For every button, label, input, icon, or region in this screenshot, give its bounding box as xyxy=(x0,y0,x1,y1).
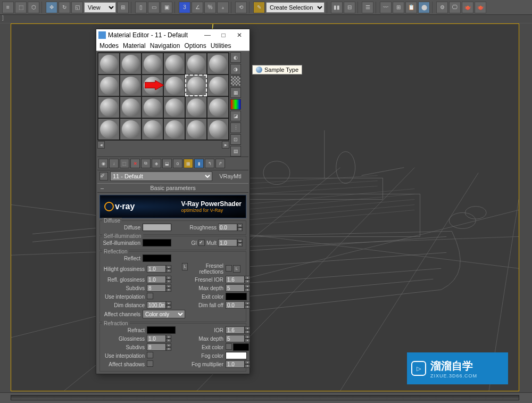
refr-exit-swatch[interactable] xyxy=(233,343,249,351)
snap-toggle[interactable]: 3 xyxy=(179,2,190,13)
sample-slot[interactable] xyxy=(163,118,185,140)
sample-slot[interactable] xyxy=(163,75,185,96)
material-type-button[interactable]: VRayMtl xyxy=(214,173,246,179)
menu-utilities[interactable]: Utilities xyxy=(211,42,231,50)
fog-color-swatch[interactable] xyxy=(226,352,247,359)
sample-uv-button[interactable]: ▦ xyxy=(230,87,241,98)
sample-slot[interactable] xyxy=(98,96,120,118)
sample-slot[interactable] xyxy=(120,118,142,140)
sample-slot[interactable] xyxy=(120,75,142,96)
menu-modes[interactable]: Modes xyxy=(99,42,119,50)
close-button[interactable]: ✕ xyxy=(231,30,247,40)
background-button[interactable] xyxy=(230,76,241,86)
render-button[interactable]: 🫖 xyxy=(462,2,473,13)
hilight-gloss-spinner[interactable]: ▴▾ xyxy=(147,265,172,273)
basic-parameters-rollout[interactable]: Basic parameters xyxy=(97,183,248,193)
sample-slot[interactable] xyxy=(142,53,163,75)
move-tool[interactable]: ✥ xyxy=(46,2,57,13)
diffuse-swatch[interactable] xyxy=(143,224,171,231)
material-name-field[interactable]: 11 - Default xyxy=(110,171,212,181)
selection-set-dropdown[interactable]: Create Selection Set xyxy=(266,2,325,13)
sample-slot[interactable] xyxy=(185,118,207,140)
sample-slot[interactable] xyxy=(120,53,142,75)
render-frame[interactable]: 🖵 xyxy=(449,2,461,13)
get-material-button[interactable]: ◉ xyxy=(98,159,108,168)
sample-slot[interactable] xyxy=(142,96,163,118)
menu-options[interactable]: Options xyxy=(184,42,206,50)
sample-type-button[interactable]: ◐ xyxy=(230,52,241,63)
subdivs-spinner[interactable]: ▴▾ xyxy=(147,284,172,292)
glossiness-spinner[interactable]: ▴▾ xyxy=(147,335,172,342)
sample-slot[interactable] xyxy=(185,96,207,118)
render-setup[interactable]: ⚙ xyxy=(436,2,448,13)
make-unique-button[interactable]: ◈ xyxy=(152,159,161,168)
select-tool[interactable]: ⬚ xyxy=(15,2,27,13)
options-button[interactable]: ⋮ xyxy=(230,122,241,133)
exit-color-swatch[interactable] xyxy=(226,293,247,300)
refl-gloss-spinner[interactable]: ▴▾ xyxy=(147,276,172,283)
toolbar-button[interactable]: ⟲ xyxy=(235,2,247,13)
scroll-right[interactable]: ▸ xyxy=(222,141,229,149)
material-id-button[interactable]: 0 xyxy=(173,159,182,168)
perspective-viewport[interactable] xyxy=(11,23,519,391)
spinner-snap[interactable]: ₐ xyxy=(217,2,229,13)
angle-snap[interactable]: ∠ xyxy=(192,2,203,13)
affect-shadows-checkbox[interactable] xyxy=(147,360,153,367)
rotate-tool[interactable]: ↻ xyxy=(59,2,70,13)
scroll-left[interactable]: ◂ xyxy=(97,141,105,149)
sample-slot[interactable] xyxy=(98,118,120,140)
refract-swatch[interactable] xyxy=(147,326,176,334)
sample-slot-selected[interactable] xyxy=(185,75,207,96)
put-to-library[interactable]: ⬓ xyxy=(162,159,172,168)
refr-exit-checkbox[interactable] xyxy=(226,343,232,350)
toolbar-button[interactable]: ▯ xyxy=(135,2,147,13)
toolbar-button[interactable]: ≡ xyxy=(2,2,14,13)
fog-multiplier-spinner[interactable]: ▴▾ xyxy=(226,360,251,368)
sample-slot[interactable] xyxy=(207,96,229,118)
fresnel-ior-spinner[interactable]: ▴▾ xyxy=(226,276,251,283)
eyedropper-button[interactable]: ✐ xyxy=(99,172,108,180)
reset-map-button[interactable]: ✕ xyxy=(130,159,140,168)
sample-slot[interactable] xyxy=(185,53,207,75)
mult-spinner[interactable]: ▴▾ xyxy=(218,239,244,246)
lock-button[interactable]: L xyxy=(182,263,188,270)
sample-slot[interactable] xyxy=(207,53,229,75)
scale-tool[interactable]: ◱ xyxy=(71,2,83,13)
gi-checkbox[interactable] xyxy=(198,240,205,246)
layers-button[interactable]: ☰ xyxy=(362,2,373,13)
dim-falloff-spinner[interactable]: ▴▾ xyxy=(226,301,251,309)
affect-channels-select[interactable]: Color only xyxy=(143,310,185,318)
make-copy-button[interactable]: ⧉ xyxy=(141,159,151,168)
ior-spinner[interactable]: ▴▾ xyxy=(226,326,251,334)
refr-use-interp-checkbox[interactable] xyxy=(147,352,153,358)
select-by-material[interactable]: ⊡ xyxy=(230,134,241,145)
put-to-scene-button[interactable]: ↓ xyxy=(109,159,119,168)
sample-slot[interactable] xyxy=(207,75,229,96)
fresnel-checkbox[interactable] xyxy=(226,265,232,272)
timeline-bar[interactable] xyxy=(0,392,532,403)
toolbar-button[interactable]: ▣ xyxy=(161,2,172,13)
curve-editor[interactable]: 〰 xyxy=(380,2,392,13)
self-illum-swatch[interactable] xyxy=(143,239,171,246)
selection-lock[interactable]: ✎ xyxy=(253,2,265,13)
schematic-view[interactable]: ⊞ xyxy=(393,2,404,13)
video-color-check[interactable] xyxy=(230,99,241,110)
material-map-navigator[interactable]: ▤ xyxy=(230,146,241,157)
lasso-tool[interactable]: ⬡ xyxy=(28,2,39,13)
material-editor-button[interactable]: ⬤ xyxy=(418,2,430,13)
toolbar-button[interactable]: ▭ xyxy=(148,2,160,13)
sample-slot[interactable] xyxy=(163,53,185,75)
mirror-tool[interactable]: ▮▮ xyxy=(331,2,343,13)
reflect-swatch[interactable] xyxy=(143,254,171,262)
percent-snap[interactable]: % xyxy=(204,2,216,13)
sample-slot[interactable] xyxy=(163,96,185,118)
window-titlebar[interactable]: Material Editor - 11 - Default — □ ✕ xyxy=(96,29,250,41)
minimize-button[interactable]: — xyxy=(200,30,215,40)
go-parent-button[interactable]: ↰ xyxy=(205,159,214,168)
go-forward-button[interactable]: ↱ xyxy=(215,159,225,168)
sample-slot[interactable] xyxy=(142,118,163,140)
sample-slot[interactable] xyxy=(207,118,229,140)
menu-navigation[interactable]: Navigation xyxy=(150,42,180,50)
make-preview-button[interactable]: ◪ xyxy=(230,111,241,121)
show-map-button[interactable]: ▦ xyxy=(184,159,193,168)
